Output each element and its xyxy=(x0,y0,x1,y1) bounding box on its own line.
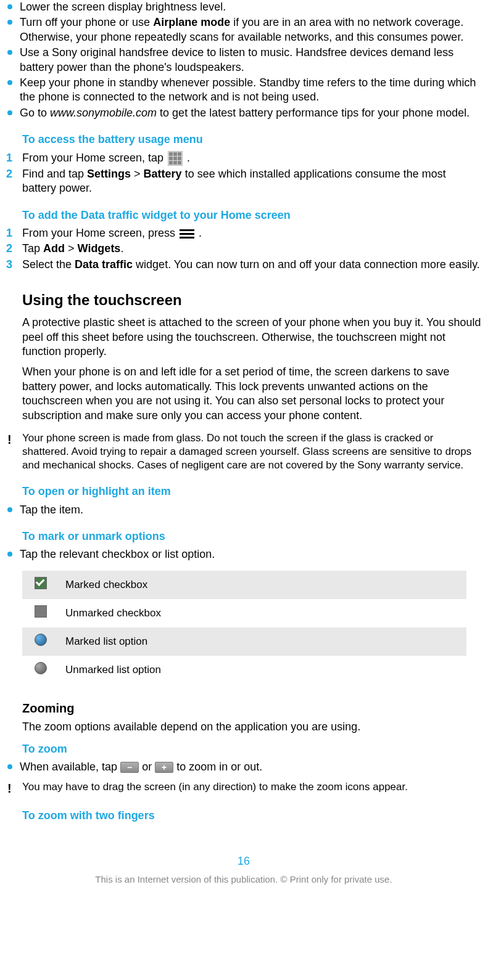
cell-label: Marked checkbox xyxy=(59,571,466,599)
radio-marked-icon xyxy=(35,634,47,646)
heading-open-item: To open or highlight an item xyxy=(22,484,482,499)
warning-icon: ! xyxy=(5,780,22,796)
list-item: Tap the item. xyxy=(5,503,482,517)
list-zoom: When available, tap − or + to zoom in or… xyxy=(5,760,482,774)
steps-battery-menu: 1 From your Home screen, tap . 2 Find an… xyxy=(5,151,482,196)
paragraph: The zoom options available depend on the… xyxy=(22,720,482,734)
item-text: Tap the item. xyxy=(20,503,482,517)
list-open-item: Tap the item. xyxy=(5,503,482,517)
step-text: From your Home screen, press . xyxy=(22,226,482,240)
tip-standby: Keep your phone in standby whenever poss… xyxy=(5,76,482,105)
checkbox-marked-icon xyxy=(35,577,47,589)
zoom-in-icon: + xyxy=(155,762,173,773)
heading-zooming: Zooming xyxy=(22,700,482,716)
footer-text: This is an Internet version of this publ… xyxy=(5,873,482,886)
warning-glass: ! Your phone screen is made from glass. … xyxy=(5,431,482,472)
page-content: Lower the screen display brightness leve… xyxy=(0,0,504,910)
heading-data-widget: To add the Data traffic widget to your H… xyxy=(22,208,482,223)
page-number: 16 xyxy=(5,854,482,868)
step-3: 3 Select the Data traffic widget. You ca… xyxy=(5,258,482,272)
tip-goto: Go to www.sonymobile.com to get the late… xyxy=(5,106,482,120)
step-1: 1 From your Home screen, press . xyxy=(5,226,482,240)
table-row: Unmarked checkbox xyxy=(22,599,466,627)
item-text: When available, tap − or + to zoom in or… xyxy=(20,760,482,774)
warning-zoom: ! You may have to drag the screen (in an… xyxy=(5,780,482,796)
tip-text: Turn off your phone or use Airplane mode… xyxy=(20,15,482,44)
tip-brightness: Lower the screen display brightness leve… xyxy=(5,0,482,14)
list-item: When available, tap − or + to zoom in or… xyxy=(5,760,482,774)
checkbox-unmarked-icon xyxy=(35,605,47,618)
tip-text: Use a Sony original handsfree device to … xyxy=(20,46,482,75)
menu-icon xyxy=(180,227,194,240)
cell-label: Unmarked list option xyxy=(59,656,466,684)
step-text: From your Home screen, tap . xyxy=(22,151,482,166)
paragraph: A protective plastic sheet is attached t… xyxy=(22,316,482,359)
step-text: Select the Data traffic widget. You can … xyxy=(22,258,482,272)
item-text: Tap the relevant checkbox or list option… xyxy=(20,547,482,561)
warning-text: Your phone screen is made from glass. Do… xyxy=(22,431,482,472)
warning-icon: ! xyxy=(5,431,22,472)
cell-label: Unmarked checkbox xyxy=(59,599,466,627)
heading-zoom-two-fingers: To zoom with two fingers xyxy=(22,809,482,823)
table-row: Marked list option xyxy=(22,627,466,656)
url-text: www.sonymobile.com xyxy=(50,107,157,119)
steps-data-widget: 1 From your Home screen, press . 2 Tap A… xyxy=(5,226,482,272)
table-row: Unmarked list option xyxy=(22,656,466,684)
tip-text: Go to www.sonymobile.com to get the late… xyxy=(20,106,482,120)
step-2: 2 Find and tap Settings > Battery to see… xyxy=(5,167,482,196)
heading-touchscreen: Using the touchscreen xyxy=(22,290,482,309)
step-text: Find and tap Settings > Battery to see w… xyxy=(22,167,482,196)
heading-mark-options: To mark or unmark options xyxy=(22,529,482,544)
radio-unmarked-icon xyxy=(35,662,47,674)
step-2: 2 Tap Add > Widgets. xyxy=(5,242,482,256)
tip-text: Keep your phone in standby whenever poss… xyxy=(20,76,482,105)
zoom-out-icon: − xyxy=(120,762,139,773)
warning-text: You may have to drag the screen (in any … xyxy=(22,780,482,796)
step-text: Tap Add > Widgets. xyxy=(22,242,482,256)
heading-battery-menu: To access the battery usage menu xyxy=(22,133,482,147)
battery-tips-list: Lower the screen display brightness leve… xyxy=(5,0,482,120)
heading-to-zoom: To zoom xyxy=(22,742,482,756)
tip-text: Lower the screen display brightness leve… xyxy=(20,0,482,14)
paragraph: When your phone is on and left idle for … xyxy=(22,365,482,423)
list-mark-options: Tap the relevant checkbox or list option… xyxy=(5,547,482,561)
table-row: Marked checkbox xyxy=(22,571,466,599)
tip-handsfree: Use a Sony original handsfree device to … xyxy=(5,46,482,75)
cell-label: Marked list option xyxy=(59,627,466,656)
options-table: Marked checkbox Unmarked checkbox Marked… xyxy=(22,571,466,684)
step-1: 1 From your Home screen, tap . xyxy=(5,151,482,166)
tip-airplane: Turn off your phone or use Airplane mode… xyxy=(5,15,482,44)
list-item: Tap the relevant checkbox or list option… xyxy=(5,547,482,561)
apps-grid-icon xyxy=(168,151,183,166)
